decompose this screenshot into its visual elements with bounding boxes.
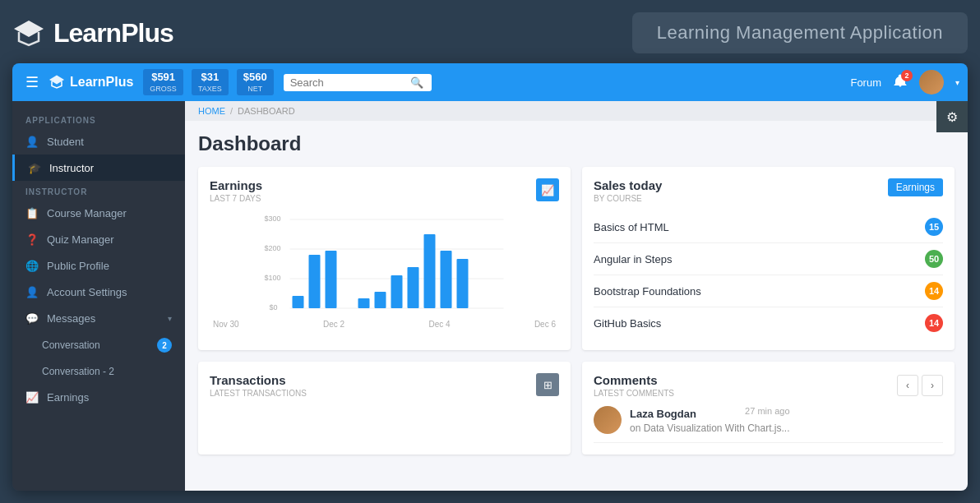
sidebar-item-quiz-manager[interactable]: ❓ Quiz Manager bbox=[12, 226, 185, 252]
comments-card: Comments LATEST COMMENTS ‹ › bbox=[582, 362, 955, 455]
svg-rect-12 bbox=[326, 251, 337, 308]
hamburger-button[interactable]: ☰ bbox=[21, 70, 44, 95]
svg-rect-19 bbox=[457, 259, 469, 308]
sidebar-item-label: Account Settings bbox=[47, 286, 127, 298]
comment-text: on Data Visualization With Chart.js... bbox=[630, 422, 790, 434]
nav-stat-gross: $591 GROSS bbox=[143, 69, 183, 96]
conversation-badge: 2 bbox=[157, 338, 172, 353]
settings-fab-button[interactable]: ⚙ bbox=[936, 101, 968, 132]
transactions-card-icon-btn[interactable]: ⊞ bbox=[536, 373, 559, 396]
navbar-logo[interactable]: LearnPlus bbox=[49, 74, 133, 90]
svg-rect-11 bbox=[309, 255, 321, 308]
sales-card: Sales today BY COURSE Earnings Basics of… bbox=[582, 167, 955, 350]
earnings-card-title-area: Earnings LAST 7 DAYS bbox=[210, 178, 262, 203]
breadcrumb: HOME / DASHBOARD bbox=[185, 101, 968, 121]
sidebar-item-label: Messages bbox=[47, 312, 95, 325]
sales-row-0: Basics of HTML 15 bbox=[594, 211, 943, 243]
sidebar-item-conversation-2[interactable]: Conversation - 2 bbox=[12, 359, 185, 384]
comments-title-area: Comments LATEST COMMENTS bbox=[594, 373, 674, 398]
sidebar-item-account-settings[interactable]: 👤 Account Settings bbox=[12, 279, 185, 305]
sales-course-name: Basics of HTML bbox=[594, 221, 669, 233]
sidebar-item-label: Instructor bbox=[49, 162, 94, 174]
conversation-label: Conversation bbox=[42, 339, 100, 351]
chart-label-dec2: Dec 2 bbox=[323, 320, 344, 329]
sales-course-name: Bootstrap Foundations bbox=[594, 285, 701, 298]
public-profile-icon: 🌐 bbox=[25, 259, 39, 272]
chart-label-dec4: Dec 4 bbox=[428, 320, 450, 329]
svg-text:$100: $100 bbox=[265, 274, 281, 282]
sidebar-item-earnings[interactable]: 📈 Earnings bbox=[12, 384, 185, 410]
transactions-card-subtitle: LATEST TRANSACTIONS bbox=[210, 389, 307, 398]
navbar-right: Forum 2 ▾ bbox=[850, 70, 959, 95]
sidebar-section-instructor: INSTRUCTOR bbox=[12, 181, 185, 200]
sales-badge-2: 14 bbox=[925, 282, 943, 300]
breadcrumb-home[interactable]: HOME bbox=[198, 106, 225, 116]
sidebar-item-course-manager[interactable]: 📋 Course Manager bbox=[12, 200, 185, 226]
sales-badge-0: 15 bbox=[925, 218, 943, 236]
brand-name: LearnPlus bbox=[53, 18, 173, 48]
content-area: Dashboard Earnings LAST 7 DAYS 📈 bbox=[185, 121, 968, 466]
comment-body: Laza Bogdan 27 min ago on Data Visualiza… bbox=[630, 406, 790, 434]
top-navbar: ☰ LearnPlus $591 GROSS $31 TAXES $560 NE… bbox=[12, 63, 968, 101]
sidebar-item-label: Quiz Manager bbox=[47, 233, 114, 246]
earnings-card-icon-btn[interactable]: 📈 bbox=[536, 178, 559, 201]
comments-card-header: Comments LATEST COMMENTS ‹ › bbox=[594, 373, 943, 398]
sales-earnings-button[interactable]: Earnings bbox=[888, 178, 943, 196]
search-input[interactable] bbox=[290, 76, 405, 89]
nav-stat-taxes: $31 TAXES bbox=[192, 69, 229, 96]
user-avatar[interactable] bbox=[919, 70, 944, 95]
earnings-chart-svg: $300 $200 $100 $0 bbox=[210, 210, 559, 316]
sales-course-name: GitHub Basics bbox=[594, 317, 661, 330]
sidebar-item-label: Earnings bbox=[47, 391, 89, 404]
comments-next-button[interactable]: › bbox=[922, 375, 943, 396]
comments-pagination: ‹ › bbox=[897, 375, 943, 396]
body-layout: APPLICATIONS 👤 Student 🎓 Instructor INST… bbox=[12, 101, 968, 491]
sidebar-item-conversation[interactable]: Conversation 2 bbox=[12, 331, 185, 359]
sales-row-1: Angular in Steps 50 bbox=[594, 243, 943, 275]
forum-link[interactable]: Forum bbox=[850, 76, 881, 89]
nav-logo-icon bbox=[49, 74, 65, 90]
brand-logo: LearnPlus bbox=[12, 16, 173, 49]
earnings-card-header: Earnings LAST 7 DAYS 📈 bbox=[210, 178, 559, 203]
transactions-card-title: Transactions bbox=[210, 373, 307, 387]
navbar-brand-text: LearnPlus bbox=[70, 75, 133, 90]
notification-bell[interactable]: 2 bbox=[893, 73, 908, 91]
sidebar: APPLICATIONS 👤 Student 🎓 Instructor INST… bbox=[12, 101, 185, 491]
sidebar-item-public-profile[interactable]: 🌐 Public Profile bbox=[12, 252, 185, 279]
page-title: Dashboard bbox=[198, 132, 955, 155]
earnings-icon: 📈 bbox=[25, 390, 39, 404]
comments-card-subtitle: LATEST COMMENTS bbox=[594, 389, 674, 398]
transactions-card-title-area: Transactions LATEST TRANSACTIONS bbox=[210, 373, 307, 398]
svg-rect-18 bbox=[441, 251, 452, 308]
svg-text:$0: $0 bbox=[270, 303, 278, 311]
earnings-card-subtitle: LAST 7 DAYS bbox=[210, 194, 262, 203]
sales-row-2: Bootstrap Foundations 14 bbox=[594, 275, 943, 307]
chart-label-nov30: Nov 30 bbox=[213, 320, 239, 329]
comments-card-title: Comments bbox=[594, 373, 674, 387]
commenter-name: Laza Bogdan bbox=[630, 408, 696, 420]
svg-rect-10 bbox=[293, 296, 304, 308]
breadcrumb-current: DASHBOARD bbox=[238, 106, 295, 116]
messages-chevron: ▾ bbox=[168, 314, 172, 323]
sales-card-header: Sales today BY COURSE Earnings bbox=[594, 178, 943, 203]
sidebar-item-instructor[interactable]: 🎓 Instructor bbox=[12, 155, 185, 181]
svg-text:$200: $200 bbox=[265, 244, 281, 252]
sidebar-item-messages[interactable]: 💬 Messages ▾ bbox=[12, 305, 185, 331]
messages-icon: 💬 bbox=[25, 311, 39, 325]
account-settings-icon: 👤 bbox=[25, 285, 39, 298]
sales-course-name: Angular in Steps bbox=[594, 253, 672, 265]
nav-stat-net: $560 NET bbox=[237, 69, 274, 96]
comment-time: 27 min ago bbox=[745, 406, 789, 416]
sidebar-item-label: Public Profile bbox=[47, 260, 109, 272]
sidebar-item-student[interactable]: 👤 Student bbox=[12, 128, 185, 155]
svg-rect-14 bbox=[375, 292, 386, 308]
search-box[interactable]: 🔍 bbox=[284, 74, 432, 91]
user-dropdown-arrow[interactable]: ▾ bbox=[955, 78, 959, 87]
top-brand-bar: LearnPlus Learning Management Applicatio… bbox=[12, 12, 968, 53]
sales-card-subtitle: BY COURSE bbox=[594, 194, 662, 203]
main-content: ⚙ HOME / DASHBOARD Dashboard Earnings bbox=[185, 101, 968, 491]
sales-row-3: GitHub Basics 14 bbox=[594, 307, 943, 339]
comments-prev-button[interactable]: ‹ bbox=[897, 375, 918, 396]
quiz-manager-icon: ❓ bbox=[25, 233, 39, 246]
breadcrumb-separator: / bbox=[230, 106, 233, 116]
